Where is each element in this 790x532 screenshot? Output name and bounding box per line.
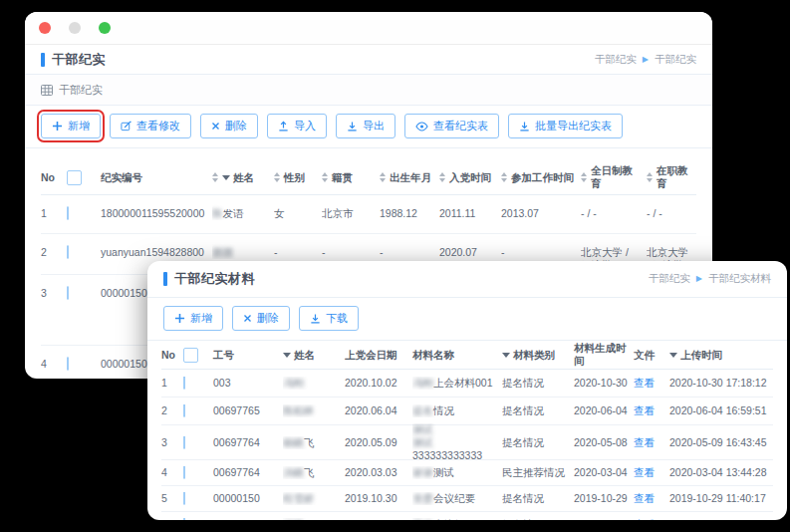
view-file-link[interactable]: 查看 [634, 404, 655, 416]
sort-carets-icon[interactable] [274, 172, 280, 182]
view-record-table-button[interactable]: 查看纪实表 [404, 114, 499, 138]
cell-file[interactable]: 查看 [634, 436, 669, 449]
minimize-window-button[interactable] [69, 22, 81, 34]
filter-icon[interactable] [502, 353, 510, 358]
table-row: 400697764汤晓飞2020.03.03谢谢测试民主推荐情况2020-03-… [161, 460, 773, 486]
view-file-link[interactable]: 查看 [634, 492, 655, 504]
sort-carets-icon[interactable] [501, 172, 507, 182]
filter-icon[interactable] [222, 175, 230, 180]
cell-select[interactable] [183, 492, 213, 505]
cell-select[interactable] [183, 518, 213, 521]
redacted-text: 陈柏林 [283, 404, 315, 416]
column-label: 工号 [213, 349, 234, 362]
batch-export-button[interactable]: 批量导出纪实表 [508, 114, 623, 138]
column-label: 出生年月 [390, 171, 431, 184]
filter-icon[interactable] [669, 353, 677, 358]
breadcrumb-arrow-icon: ▶ [643, 56, 649, 64]
cell-file[interactable]: 查看 [634, 466, 669, 479]
sort-carets-icon[interactable] [212, 172, 218, 182]
cell-file[interactable]: 查看 [634, 492, 669, 505]
column-label: 籍贯 [332, 171, 353, 184]
breadcrumb-item[interactable]: 干部纪实 [655, 53, 696, 67]
cell-meeting-date: 2019.10.30 [345, 492, 412, 505]
maximize-window-button[interactable] [99, 22, 111, 34]
cell-birthplace: - [322, 234, 380, 259]
column-header-select[interactable] [67, 170, 101, 185]
sort-carets-icon[interactable] [581, 172, 587, 182]
sort-carets-icon[interactable] [647, 172, 653, 182]
cell-no: 2 [41, 234, 67, 259]
cell-material-name: 谢谢测试 [412, 466, 502, 479]
breadcrumb-arrow-icon: ▶ [696, 275, 702, 283]
column-header-select[interactable] [183, 348, 213, 363]
column-header-no: No [41, 171, 67, 184]
row-checkbox[interactable] [67, 286, 69, 300]
breadcrumb-item[interactable]: 干部纪实材料 [708, 272, 771, 286]
cell-select[interactable] [67, 195, 101, 220]
import-button[interactable]: 导入 [267, 114, 327, 138]
view-file-link[interactable]: 查看 [634, 518, 655, 521]
row-checkbox[interactable] [67, 206, 69, 220]
cell-select[interactable] [67, 234, 101, 259]
cell-meeting-date: 2020.03.03 [345, 466, 412, 479]
view-file-link[interactable]: 查看 [634, 436, 655, 448]
cell-generated-time: 2020-10-30 [574, 377, 634, 390]
breadcrumb-item[interactable]: 干部纪实 [649, 272, 690, 286]
row-checkbox[interactable] [183, 404, 185, 417]
cell-select[interactable] [183, 404, 213, 417]
select-all-checkbox[interactable] [183, 348, 198, 363]
column-header-onjob-education[interactable]: 在职教育 [647, 164, 696, 190]
row-checkbox[interactable] [183, 436, 185, 449]
select-all-checkbox[interactable] [67, 170, 82, 185]
column-label: 姓名 [233, 171, 254, 184]
view-file-link[interactable]: 查看 [634, 377, 655, 389]
column-header-material-type[interactable]: 材料类别 [502, 349, 574, 362]
close-window-button[interactable] [39, 22, 51, 34]
cell-select[interactable] [183, 466, 213, 479]
export-button[interactable]: 导出 [336, 114, 395, 138]
column-header-name[interactable]: 姓名 [283, 349, 345, 362]
view-file-link[interactable]: 查看 [634, 466, 655, 478]
column-header-birth-month[interactable]: 出生年月 [380, 171, 439, 184]
cell-file[interactable]: 查看 [634, 404, 669, 417]
row-checkbox[interactable] [67, 245, 69, 259]
add-button[interactable]: 新增 [41, 114, 101, 138]
row-checkbox[interactable] [183, 377, 185, 390]
breadcrumb-item[interactable]: 干部纪实 [595, 53, 637, 67]
redacted-text: 冯刚 [412, 377, 433, 389]
row-checkbox[interactable] [183, 518, 185, 521]
cell-select[interactable] [67, 346, 101, 371]
filter-icon[interactable] [283, 353, 291, 358]
redacted-text: 测试 [412, 436, 433, 448]
sort-carets-icon[interactable] [380, 172, 386, 182]
column-header-birthplace[interactable]: 籍贯 [322, 171, 380, 184]
sort-carets-icon[interactable] [322, 172, 328, 182]
delete-button[interactable]: 删除 [232, 306, 290, 331]
column-header-party-join-time[interactable]: 入党时间 [439, 171, 501, 184]
redacted-text: 冯刚 [283, 377, 304, 389]
cell-no: 2 [161, 404, 183, 417]
sort-carets-icon[interactable] [439, 172, 445, 182]
cell-select[interactable] [183, 377, 213, 390]
column-header-gender[interactable]: 性别 [274, 171, 322, 184]
view-edit-button[interactable]: 查看修改 [110, 114, 191, 138]
column-header-fulltime-education[interactable]: 全日制教育 [581, 164, 647, 190]
row-checkbox[interactable] [183, 466, 185, 479]
cell-select[interactable] [67, 275, 101, 300]
add-button[interactable]: 新增 [163, 306, 223, 331]
cell-upload-time: 2019-10-29 11:40:17 [669, 492, 773, 505]
column-header-upload-time[interactable]: 上传时间 [669, 349, 773, 362]
delete-button[interactable]: 删除 [200, 114, 258, 138]
column-header-name[interactable]: 姓名 [212, 171, 274, 184]
cell-file[interactable]: 查看 [634, 518, 669, 521]
cell-record-id: yuanyuan1594828800 [101, 234, 212, 259]
column-header-work-start-time[interactable]: 参加工作时间 [501, 171, 581, 184]
button-label: 导出 [363, 119, 385, 133]
cell-name: 杨晓飞 [283, 436, 345, 449]
cell-select[interactable] [183, 436, 213, 449]
row-checkbox[interactable] [183, 492, 185, 505]
cell-file[interactable]: 查看 [634, 377, 669, 390]
row-checkbox[interactable] [67, 357, 69, 371]
download-button[interactable]: 下载 [299, 306, 359, 331]
cell-employee-id: 00697764 [213, 436, 283, 449]
